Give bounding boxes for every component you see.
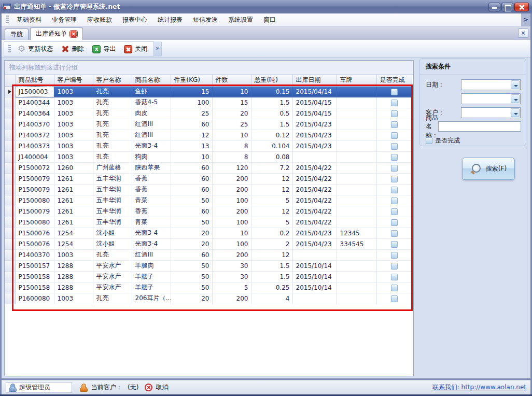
table-row[interactable]: P14003441003孔亮香菇4-5100151.52015/04/15	[5, 97, 412, 108]
row-complete-checkbox[interactable]	[391, 197, 398, 204]
cancel-x-icon[interactable]	[145, 384, 152, 391]
table-row[interactable]: P14003701003孔亮红酒III6020012	[5, 249, 412, 260]
column-header-customer[interactable]: 客户名称	[93, 75, 132, 86]
menu-item-basic-data[interactable]: 基础资料	[11, 13, 47, 26]
row-complete-checkbox[interactable]	[391, 230, 398, 237]
tab-navigation[interactable]: 导航	[5, 29, 29, 40]
cell-weight: 60	[171, 162, 212, 173]
menu-item-system-settings[interactable]: 系统设置	[223, 13, 258, 26]
table-row[interactable]: J14000041003孔亮狗肉1080.08	[5, 151, 412, 162]
grid-body: J15000031003孔亮鱼虾15100.152015/04/14P14003…	[5, 86, 412, 304]
table-row[interactable]: P16000801003孔亮206耳片（...202004	[5, 293, 412, 304]
table-row[interactable]: P14003731003孔亮光面3-41380.1042015/04/23	[5, 140, 412, 151]
maximize-button[interactable]	[501, 3, 513, 11]
cell-batch: P1500158	[15, 282, 54, 293]
row-complete-checkbox[interactable]	[391, 100, 398, 106]
chevron-down-icon[interactable]	[511, 94, 520, 103]
toolbar-grip-icon[interactable]	[8, 45, 11, 53]
delete-button[interactable]: 删除	[57, 43, 88, 55]
column-header-plate[interactable]: 车牌	[337, 75, 376, 86]
row-complete-checkbox[interactable]	[391, 176, 398, 182]
menu-overflow-chevron-icon[interactable]	[521, 13, 530, 26]
row-complete-checkbox[interactable]	[391, 187, 398, 193]
chevron-down-icon[interactable]	[511, 80, 520, 89]
cell-customer-no: 1260	[54, 162, 93, 173]
row-complete-checkbox[interactable]	[391, 252, 398, 259]
customer-combo[interactable]	[461, 107, 521, 118]
column-header-batch[interactable]: 商品批号	[15, 75, 54, 86]
toolbar-island: 更新状态 删除 导出 关闭	[4, 41, 162, 56]
table-row[interactable]: P15000801261五丰华润青菜5010052015/04/22	[5, 195, 412, 206]
column-header-date[interactable]: 出库日期	[292, 75, 337, 86]
toolbar-overflow-chevron-icon[interactable]	[153, 41, 161, 56]
menu-item-sms[interactable]: 短信发送	[188, 13, 223, 26]
minimize-button[interactable]	[488, 3, 500, 11]
row-complete-checkbox[interactable]	[391, 295, 398, 302]
export-button[interactable]: 导出	[88, 43, 120, 55]
row-complete-checkbox[interactable]	[391, 132, 398, 139]
row-complete-checkbox[interactable]	[391, 219, 398, 226]
row-complete-checkbox[interactable]	[391, 165, 398, 172]
column-header-qty[interactable]: 件数	[212, 75, 251, 86]
cancel-button[interactable]: 取消	[156, 383, 168, 392]
column-header-total[interactable]: 总重(吨)	[251, 75, 292, 86]
tabstrip-close-button[interactable]	[518, 29, 528, 38]
table-row[interactable]: P14003721003孔亮红酒III12100.122015/04/23	[5, 130, 412, 140]
cell-product: 206耳片（...	[132, 293, 171, 304]
search-button[interactable]: 搜索(F)	[462, 158, 515, 180]
row-complete-checkbox[interactable]	[391, 154, 398, 161]
table-row[interactable]: P15000791261五丰华润香蕉60200122015/04/22	[5, 206, 412, 217]
table-row[interactable]: P14003701003孔亮红酒III60251.52015/04/23	[5, 119, 412, 130]
table-row[interactable]: P15000801261五丰华润青菜5010052015/04/22	[5, 217, 412, 228]
table-row[interactable]: P15000791261五丰华润香蕉60200122015/04/22	[5, 173, 412, 184]
row-indicator	[5, 217, 15, 228]
table-row[interactable]: P15000721260广州蓝格陕西苹果601207.22015/04/22	[5, 162, 412, 173]
row-complete-checkbox[interactable]	[391, 208, 398, 215]
menubar-grip-icon[interactable]	[6, 16, 9, 24]
row-complete-checkbox[interactable]	[391, 121, 398, 128]
column-header-done[interactable]: 是否完成	[376, 75, 412, 86]
column-header-weight[interactable]: 件重(KG)	[171, 75, 212, 86]
date-to-combo[interactable]	[461, 93, 521, 104]
close-button[interactable]	[514, 3, 529, 11]
table-row[interactable]: P15000791261五丰华润香蕉60200122015/04/22	[5, 184, 412, 195]
row-complete-checkbox[interactable]	[391, 285, 398, 291]
column-header-product[interactable]: 商品名称	[132, 75, 171, 86]
row-complete-checkbox[interactable]	[391, 143, 398, 150]
table-row[interactable]: P15000761254沈小姐光面3-420100.22015/04/23123…	[5, 228, 412, 238]
cell-qty: 10	[212, 86, 251, 97]
table-row[interactable]: P15001581288平安水产羊腰子50301.52015/10/14	[5, 271, 412, 282]
close-tab-button[interactable]: 关闭	[120, 43, 151, 55]
table-row[interactable]: P15000761254沈小姐光面3-42010022015/04/233345…	[5, 238, 412, 249]
table-row[interactable]: P14003641003孔亮肉皮25200.52015/04/15	[5, 108, 412, 119]
cell-total: 12	[251, 249, 292, 260]
table-row[interactable]: J15000031003孔亮鱼虾15100.152015/04/14	[5, 86, 412, 97]
update-status-button[interactable]: 更新状态	[13, 43, 57, 55]
complete-filter-checkbox[interactable]	[426, 137, 432, 144]
table-row[interactable]: P15001581288平安水产羊腰子5050.252015/10/14	[5, 282, 412, 293]
row-complete-checkbox[interactable]	[391, 263, 398, 270]
cell-done	[376, 238, 412, 249]
row-complete-checkbox[interactable]	[391, 241, 398, 248]
menu-item-receivables[interactable]: 应收账款	[82, 13, 117, 26]
cell-done	[376, 260, 412, 271]
column-header-customer-no[interactable]: 客户编号	[54, 75, 93, 86]
groupby-bar[interactable]: 拖动列标题到这进行分组	[5, 61, 413, 75]
cell-done	[376, 140, 412, 151]
tab-outbound-notice[interactable]: 出库通知单	[30, 27, 83, 40]
product-name-input[interactable]	[438, 121, 521, 132]
chevron-down-icon[interactable]	[511, 108, 520, 117]
menu-item-window[interactable]: 窗口	[258, 13, 281, 26]
menu-item-business-mgmt[interactable]: 业务管理	[47, 13, 82, 26]
row-complete-checkbox[interactable]	[391, 110, 398, 117]
row-complete-checkbox[interactable]	[391, 274, 398, 280]
row-complete-checkbox[interactable]	[391, 89, 398, 95]
cell-total: 1.5	[251, 119, 292, 130]
menu-item-report-center[interactable]: 报表中心	[117, 13, 152, 26]
contact-link[interactable]: 联系我们: http://www.aolan.net	[432, 383, 526, 392]
menu-item-stats-reports[interactable]: 统计报表	[152, 13, 188, 26]
cell-product: 狗肉	[132, 151, 171, 162]
tab-close-icon[interactable]	[70, 31, 77, 37]
date-from-combo[interactable]	[461, 79, 521, 90]
table-row[interactable]: P15001571288平安水产羊腿肉50301.52015/10/14	[5, 260, 412, 271]
